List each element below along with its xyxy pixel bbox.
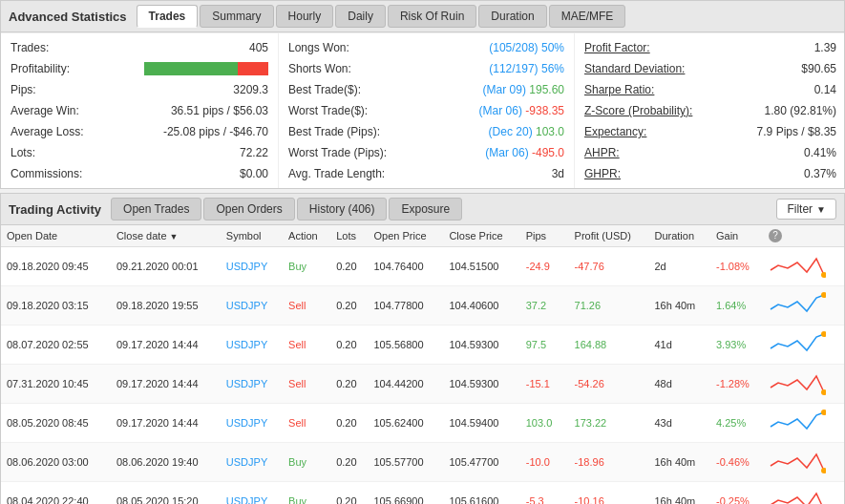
longs-won-label: Longs Won: xyxy=(288,41,349,54)
action: Buy xyxy=(283,443,330,482)
pips: 37.2 xyxy=(520,286,569,326)
shorts-won-label: Shorts Won: xyxy=(288,62,351,75)
lots-value: 72.22 xyxy=(240,146,268,159)
col-profit[interactable]: Profit (USD) xyxy=(569,225,649,247)
close-price: 104.40600 xyxy=(443,286,519,326)
avg-trade-length-label: Avg. Trade Length: xyxy=(288,167,385,180)
symbol[interactable]: USDJPY xyxy=(221,365,283,404)
sparkline-cell xyxy=(763,482,844,505)
sparkline-chart xyxy=(769,408,826,436)
stat-lots: Lots: 72.22 xyxy=(1,142,278,163)
help-icon[interactable]: ? xyxy=(769,229,782,242)
symbol-link[interactable]: USDJPY xyxy=(226,300,267,311)
col-close-price[interactable]: Close Price xyxy=(443,225,519,247)
best-trade-usd-label: Best Trade($): xyxy=(288,83,361,96)
tab-trades[interactable]: Trades xyxy=(137,5,199,28)
ahpr-value: 0.41% xyxy=(804,146,836,159)
col-symbol[interactable]: Symbol xyxy=(221,225,283,247)
svg-point-5 xyxy=(821,468,826,473)
tab-risk[interactable]: Risk Of Ruin xyxy=(388,5,476,28)
symbol[interactable]: USDJPY xyxy=(221,482,283,505)
symbol-link[interactable]: USDJPY xyxy=(226,261,267,272)
avg-win-label: Average Win: xyxy=(11,104,79,117)
stat-pips: Pips: 3209.3 xyxy=(1,79,278,100)
symbol-link[interactable]: USDJPY xyxy=(226,378,267,389)
col-lots[interactable]: Lots xyxy=(330,225,368,247)
stats-col-3: Profit Factor: 1.39 Standard Deviation: … xyxy=(574,33,845,188)
tab-history[interactable]: History (406) xyxy=(297,198,388,220)
symbol[interactable]: USDJPY xyxy=(221,404,283,443)
open-price: 105.56800 xyxy=(369,326,444,365)
col-pips[interactable]: Pips xyxy=(520,225,569,247)
col-open-price[interactable]: Open Price xyxy=(369,225,444,247)
duration: 41d xyxy=(648,326,710,365)
gain: -0.25% xyxy=(710,482,763,505)
tab-daily[interactable]: Daily xyxy=(335,5,386,28)
table-row[interactable]: 08.04.2020 22:40 08.05.2020 15:20 USDJPY… xyxy=(1,482,844,505)
stat-profitability: Profitability: xyxy=(1,58,278,79)
tab-duration[interactable]: Duration xyxy=(478,5,546,28)
filter-label: Filter xyxy=(787,202,813,216)
tab-open-trades[interactable]: Open Trades xyxy=(111,198,201,220)
tab-summary[interactable]: Summary xyxy=(200,5,273,28)
bottom-title: Trading Activity xyxy=(9,202,101,217)
table-row[interactable]: 08.05.2020 08:45 09.17.2020 14:44 USDJPY… xyxy=(1,404,844,443)
svg-point-1 xyxy=(821,292,826,298)
table-row[interactable]: 08.07.2020 02:55 09.17.2020 14:44 USDJPY… xyxy=(1,326,844,365)
action: Buy xyxy=(283,247,330,286)
sparkline-cell xyxy=(763,404,844,443)
gain: 3.93% xyxy=(710,326,763,365)
action: Buy xyxy=(283,482,330,505)
best-trade-pips-value: (Dec 20) 103.0 xyxy=(489,125,564,138)
symbol-link[interactable]: USDJPY xyxy=(226,339,267,350)
symbol[interactable]: USDJPY xyxy=(221,286,283,326)
lots: 0.20 xyxy=(330,404,368,443)
stats-col-2: Longs Won: (105/208) 50% Shorts Won: (11… xyxy=(278,33,574,188)
open-date: 08.07.2020 02:55 xyxy=(1,326,111,365)
sparkline-cell xyxy=(763,443,844,482)
tab-mae[interactable]: MAE/MFE xyxy=(549,5,626,28)
symbol[interactable]: USDJPY xyxy=(221,443,283,482)
symbol-link[interactable]: USDJPY xyxy=(226,456,267,468)
close-price: 104.59400 xyxy=(443,404,519,443)
profit-factor-label: Profit Factor: xyxy=(584,41,650,54)
avg-loss-label: Average Loss: xyxy=(11,125,84,138)
sparkline-cell xyxy=(763,365,844,404)
tab-exposure[interactable]: Exposure xyxy=(389,198,462,220)
symbol[interactable]: USDJPY xyxy=(221,326,283,365)
open-price: 105.57700 xyxy=(369,443,444,482)
filter-button[interactable]: Filter ▼ xyxy=(776,199,836,220)
col-open-date[interactable]: Open Date xyxy=(1,225,111,247)
pips: 103.0 xyxy=(520,404,569,443)
symbol[interactable]: USDJPY xyxy=(221,247,283,286)
open-date: 08.06.2020 03:00 xyxy=(1,443,111,482)
col-gain[interactable]: Gain xyxy=(710,225,763,247)
worst-trade-pips-value: (Mar 06) -495.0 xyxy=(485,146,564,159)
table-row[interactable]: 07.31.2020 10:45 09.17.2020 14:44 USDJPY… xyxy=(1,365,844,404)
table-row[interactable]: 08.06.2020 03:00 08.06.2020 19:40 USDJPY… xyxy=(1,443,844,482)
col-close-date[interactable]: Close date ▼ xyxy=(111,225,221,247)
profit: -18.96 xyxy=(569,443,649,482)
lots: 0.20 xyxy=(330,443,368,482)
symbol-link[interactable]: USDJPY xyxy=(226,417,267,429)
profit: 164.88 xyxy=(569,326,649,365)
col-action[interactable]: Action xyxy=(283,225,330,247)
table-row[interactable]: 09.18.2020 03:15 09.18.2020 19:55 USDJPY… xyxy=(1,286,844,326)
stats-grid: Trades: 405 Profitability: Pips: 3209.3 … xyxy=(1,32,844,188)
close-date: 09.17.2020 14:44 xyxy=(111,365,221,404)
tab-open-orders[interactable]: Open Orders xyxy=(203,198,294,220)
symbol-link[interactable]: USDJPY xyxy=(226,495,267,504)
col-duration[interactable]: Duration xyxy=(648,225,710,247)
svg-point-3 xyxy=(821,389,826,395)
stat-commissions: Commissions: $0.00 xyxy=(1,163,278,184)
tab-hourly[interactable]: Hourly xyxy=(276,5,334,28)
table-row[interactable]: 09.18.2020 09:45 09.21.2020 00:01 USDJPY… xyxy=(1,247,844,286)
commissions-value: $0.00 xyxy=(240,167,268,180)
profit-green-bar xyxy=(144,62,238,75)
stat-std-deviation: Standard Deviation: $90.65 xyxy=(575,58,845,79)
profitability-bar xyxy=(144,62,268,75)
open-price: 104.77800 xyxy=(369,286,444,326)
stat-expectancy: Expectancy: 7.9 Pips / $8.35 xyxy=(575,121,845,142)
pips: -24.9 xyxy=(520,247,569,286)
open-price: 104.76400 xyxy=(369,247,444,286)
